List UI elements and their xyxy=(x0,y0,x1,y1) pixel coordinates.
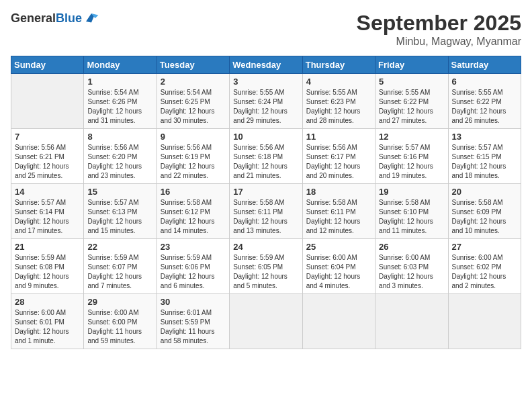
day-cell: 10Sunrise: 5:56 AM Sunset: 6:18 PM Dayli… xyxy=(230,129,302,184)
day-info: Sunrise: 5:57 AM Sunset: 6:13 PM Dayligh… xyxy=(87,198,152,236)
day-info: Sunrise: 5:55 AM Sunset: 6:22 PM Dayligh… xyxy=(379,88,444,126)
day-info: Sunrise: 5:59 AM Sunset: 6:08 PM Dayligh… xyxy=(15,253,80,291)
day-cell: 11Sunrise: 5:56 AM Sunset: 6:17 PM Dayli… xyxy=(302,129,375,184)
week-row-1: 1Sunrise: 5:54 AM Sunset: 6:26 PM Daylig… xyxy=(11,74,521,129)
day-info: Sunrise: 5:56 AM Sunset: 6:20 PM Dayligh… xyxy=(87,143,152,181)
day-cell: 17Sunrise: 5:58 AM Sunset: 6:11 PM Dayli… xyxy=(230,184,302,239)
day-cell: 23Sunrise: 5:59 AM Sunset: 6:06 PM Dayli… xyxy=(157,239,229,294)
day-info: Sunrise: 5:55 AM Sunset: 6:23 PM Dayligh… xyxy=(306,88,371,126)
day-cell xyxy=(302,294,375,349)
day-info: Sunrise: 5:56 AM Sunset: 6:19 PM Dayligh… xyxy=(161,143,226,181)
day-number: 29 xyxy=(87,297,152,307)
logo-text: GeneralBlue xyxy=(11,12,82,26)
calendar-table: SundayMondayTuesdayWednesdayThursdayFrid… xyxy=(11,56,521,349)
day-number: 6 xyxy=(452,77,517,87)
day-cell xyxy=(375,294,448,349)
day-cell: 5Sunrise: 5:55 AM Sunset: 6:22 PM Daylig… xyxy=(375,74,448,129)
day-cell: 21Sunrise: 5:59 AM Sunset: 6:08 PM Dayli… xyxy=(11,239,84,294)
weekday-header-monday: Monday xyxy=(84,56,157,74)
day-info: Sunrise: 5:58 AM Sunset: 6:09 PM Dayligh… xyxy=(452,198,517,236)
day-cell: 14Sunrise: 5:57 AM Sunset: 6:14 PM Dayli… xyxy=(11,184,84,239)
day-number: 18 xyxy=(306,187,371,197)
day-cell: 12Sunrise: 5:57 AM Sunset: 6:16 PM Dayli… xyxy=(375,129,448,184)
day-number: 12 xyxy=(379,132,444,142)
week-row-2: 7Sunrise: 5:56 AM Sunset: 6:21 PM Daylig… xyxy=(11,129,521,184)
day-info: Sunrise: 5:54 AM Sunset: 6:26 PM Dayligh… xyxy=(87,88,152,126)
day-cell: 18Sunrise: 5:58 AM Sunset: 6:11 PM Dayli… xyxy=(302,184,375,239)
weekday-header-friday: Friday xyxy=(375,56,448,74)
day-number: 19 xyxy=(379,187,444,197)
day-number: 4 xyxy=(306,77,371,87)
title-block: September 2025 Minbu, Magway, Myanmar xyxy=(357,11,521,48)
day-number: 14 xyxy=(15,187,80,197)
day-number: 17 xyxy=(233,187,298,197)
day-cell: 25Sunrise: 6:00 AM Sunset: 6:04 PM Dayli… xyxy=(302,239,375,294)
week-row-3: 14Sunrise: 5:57 AM Sunset: 6:14 PM Dayli… xyxy=(11,184,521,239)
day-info: Sunrise: 5:54 AM Sunset: 6:25 PM Dayligh… xyxy=(161,88,226,126)
day-cell xyxy=(11,74,84,129)
day-cell xyxy=(230,294,302,349)
day-cell: 28Sunrise: 6:00 AM Sunset: 6:01 PM Dayli… xyxy=(11,294,84,349)
day-number: 5 xyxy=(379,77,444,87)
day-number: 10 xyxy=(233,132,298,142)
day-info: Sunrise: 6:01 AM Sunset: 5:59 PM Dayligh… xyxy=(161,308,226,346)
day-cell: 20Sunrise: 5:58 AM Sunset: 6:09 PM Dayli… xyxy=(448,184,521,239)
weekday-header-row: SundayMondayTuesdayWednesdayThursdayFrid… xyxy=(11,56,521,74)
day-number: 28 xyxy=(15,297,80,307)
day-cell: 13Sunrise: 5:57 AM Sunset: 6:15 PM Dayli… xyxy=(448,129,521,184)
day-info: Sunrise: 6:00 AM Sunset: 6:03 PM Dayligh… xyxy=(379,253,444,291)
day-cell: 24Sunrise: 5:59 AM Sunset: 6:05 PM Dayli… xyxy=(230,239,302,294)
day-info: Sunrise: 6:00 AM Sunset: 6:01 PM Dayligh… xyxy=(15,308,80,346)
logo-general: GeneralBlue xyxy=(11,12,82,26)
day-cell: 7Sunrise: 5:56 AM Sunset: 6:21 PM Daylig… xyxy=(11,129,84,184)
day-info: Sunrise: 5:56 AM Sunset: 6:21 PM Dayligh… xyxy=(15,143,80,181)
day-number: 22 xyxy=(87,242,152,252)
weekday-header-tuesday: Tuesday xyxy=(157,56,229,74)
day-info: Sunrise: 5:55 AM Sunset: 6:22 PM Dayligh… xyxy=(452,88,517,126)
day-cell: 30Sunrise: 6:01 AM Sunset: 5:59 PM Dayli… xyxy=(157,294,229,349)
day-number: 23 xyxy=(161,242,226,252)
weekday-header-thursday: Thursday xyxy=(302,56,375,74)
day-cell: 27Sunrise: 6:00 AM Sunset: 6:02 PM Dayli… xyxy=(448,239,521,294)
day-number: 25 xyxy=(306,242,371,252)
day-info: Sunrise: 6:00 AM Sunset: 6:02 PM Dayligh… xyxy=(452,253,517,291)
day-cell: 15Sunrise: 5:57 AM Sunset: 6:13 PM Dayli… xyxy=(84,184,157,239)
day-cell: 29Sunrise: 6:00 AM Sunset: 6:00 PM Dayli… xyxy=(84,294,157,349)
day-info: Sunrise: 5:56 AM Sunset: 6:18 PM Dayligh… xyxy=(233,143,298,181)
weekday-header-sunday: Sunday xyxy=(11,56,84,74)
day-cell: 22Sunrise: 5:59 AM Sunset: 6:07 PM Dayli… xyxy=(84,239,157,294)
day-number: 8 xyxy=(87,132,152,142)
day-number: 7 xyxy=(15,132,80,142)
day-info: Sunrise: 5:59 AM Sunset: 6:07 PM Dayligh… xyxy=(87,253,152,291)
weekday-header-saturday: Saturday xyxy=(448,56,521,74)
day-info: Sunrise: 5:58 AM Sunset: 6:11 PM Dayligh… xyxy=(306,198,371,236)
week-row-5: 28Sunrise: 6:00 AM Sunset: 6:01 PM Dayli… xyxy=(11,294,521,349)
day-number: 21 xyxy=(15,242,80,252)
day-cell: 6Sunrise: 5:55 AM Sunset: 6:22 PM Daylig… xyxy=(448,74,521,129)
day-number: 26 xyxy=(379,242,444,252)
day-number: 13 xyxy=(452,132,517,142)
day-number: 24 xyxy=(233,242,298,252)
page-header: GeneralBlue September 2025 Minbu, Magway… xyxy=(11,11,521,48)
day-cell xyxy=(448,294,521,349)
day-number: 20 xyxy=(452,187,517,197)
day-cell: 26Sunrise: 6:00 AM Sunset: 6:03 PM Dayli… xyxy=(375,239,448,294)
day-info: Sunrise: 6:00 AM Sunset: 6:00 PM Dayligh… xyxy=(87,308,152,346)
day-cell: 9Sunrise: 5:56 AM Sunset: 6:19 PM Daylig… xyxy=(157,129,229,184)
day-info: Sunrise: 5:55 AM Sunset: 6:24 PM Dayligh… xyxy=(233,88,298,126)
day-cell: 1Sunrise: 5:54 AM Sunset: 6:26 PM Daylig… xyxy=(84,74,157,129)
day-number: 1 xyxy=(87,77,152,87)
day-info: Sunrise: 5:59 AM Sunset: 6:06 PM Dayligh… xyxy=(161,253,226,291)
day-number: 30 xyxy=(161,297,226,307)
day-info: Sunrise: 5:57 AM Sunset: 6:15 PM Dayligh… xyxy=(452,143,517,181)
day-cell: 8Sunrise: 5:56 AM Sunset: 6:20 PM Daylig… xyxy=(84,129,157,184)
location: Minbu, Magway, Myanmar xyxy=(357,36,521,48)
day-info: Sunrise: 5:58 AM Sunset: 6:12 PM Dayligh… xyxy=(161,198,226,236)
week-row-4: 21Sunrise: 5:59 AM Sunset: 6:08 PM Dayli… xyxy=(11,239,521,294)
day-number: 15 xyxy=(87,187,152,197)
day-number: 11 xyxy=(306,132,371,142)
logo-bird-icon xyxy=(83,11,99,27)
day-cell: 16Sunrise: 5:58 AM Sunset: 6:12 PM Dayli… xyxy=(157,184,229,239)
day-number: 9 xyxy=(161,132,226,142)
day-number: 27 xyxy=(452,242,517,252)
